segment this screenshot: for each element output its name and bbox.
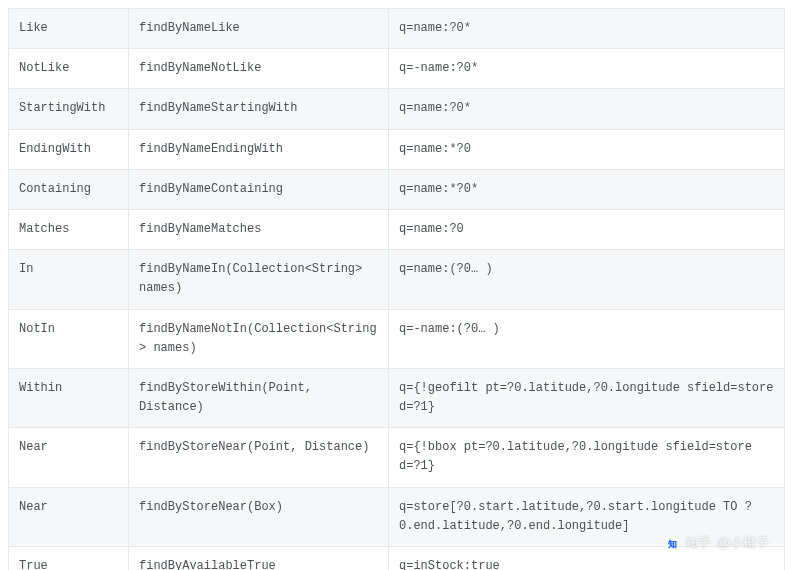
cell-keyword: Within — [9, 368, 129, 427]
cell-keyword: NotLike — [9, 49, 129, 89]
cell-query: q={!bbox pt=?0.latitude,?0.longitude sfi… — [389, 428, 785, 487]
cell-keyword: Like — [9, 9, 129, 49]
cell-method: findByAvailableTrue — [129, 547, 389, 571]
cell-method: findByStoreNear(Box) — [129, 487, 389, 546]
table-row: ContainingfindByNameContainingq=name:*?0… — [9, 169, 785, 209]
table-row: InfindByNameIn(Collection<String> names)… — [9, 250, 785, 309]
cell-query: q=-name:?0* — [389, 49, 785, 89]
table-row: TruefindByAvailableTrueq=inStock:true — [9, 547, 785, 571]
cell-keyword: True — [9, 547, 129, 571]
cell-method: findByNameNotLike — [129, 49, 389, 89]
cell-method: findByNameMatches — [129, 209, 389, 249]
cell-keyword: NotIn — [9, 309, 129, 368]
cell-query: q=name:*?0 — [389, 129, 785, 169]
table-row: NearfindByStoreNear(Box)q=store[?0.start… — [9, 487, 785, 546]
table-row: NearfindByStoreNear(Point, Distance)q={!… — [9, 428, 785, 487]
cell-keyword: Near — [9, 487, 129, 546]
cell-method: findByNameEndingWith — [129, 129, 389, 169]
table-row: StartingWithfindByNameStartingWithq=name… — [9, 89, 785, 129]
cell-method: findByStoreWithin(Point, Distance) — [129, 368, 389, 427]
cell-method: findByNameContaining — [129, 169, 389, 209]
cell-keyword: Near — [9, 428, 129, 487]
cell-query: q=name:?0 — [389, 209, 785, 249]
cell-method: findByNameStartingWith — [129, 89, 389, 129]
table-row: NotInfindByNameNotIn(Collection<String> … — [9, 309, 785, 368]
cell-method: findByNameLike — [129, 9, 389, 49]
cell-method: findByNameIn(Collection<String> names) — [129, 250, 389, 309]
cell-keyword: Containing — [9, 169, 129, 209]
cell-query: q=store[?0.start.latitude,?0.start.longi… — [389, 487, 785, 546]
cell-query: q=name:(?0… ) — [389, 250, 785, 309]
cell-query: q={!geofilt pt=?0.latitude,?0.longitude … — [389, 368, 785, 427]
query-keywords-table: LikefindByNameLikeq=name:?0*NotLikefindB… — [8, 8, 785, 570]
cell-method: findByNameNotIn(Collection<String> names… — [129, 309, 389, 368]
cell-keyword: StartingWith — [9, 89, 129, 129]
cell-query: q=name:?0* — [389, 9, 785, 49]
table-row: NotLikefindByNameNotLikeq=-name:?0* — [9, 49, 785, 89]
cell-keyword: Matches — [9, 209, 129, 249]
cell-query: q=name:*?0* — [389, 169, 785, 209]
table-row: LikefindByNameLikeq=name:?0* — [9, 9, 785, 49]
table-row: MatchesfindByNameMatchesq=name:?0 — [9, 209, 785, 249]
table-row: WithinfindByStoreWithin(Point, Distance)… — [9, 368, 785, 427]
cell-query: q=name:?0* — [389, 89, 785, 129]
cell-keyword: In — [9, 250, 129, 309]
table-row: EndingWithfindByNameEndingWithq=name:*?0 — [9, 129, 785, 169]
cell-query: q=-name:(?0… ) — [389, 309, 785, 368]
cell-keyword: EndingWith — [9, 129, 129, 169]
cell-method: findByStoreNear(Point, Distance) — [129, 428, 389, 487]
cell-query: q=inStock:true — [389, 547, 785, 571]
